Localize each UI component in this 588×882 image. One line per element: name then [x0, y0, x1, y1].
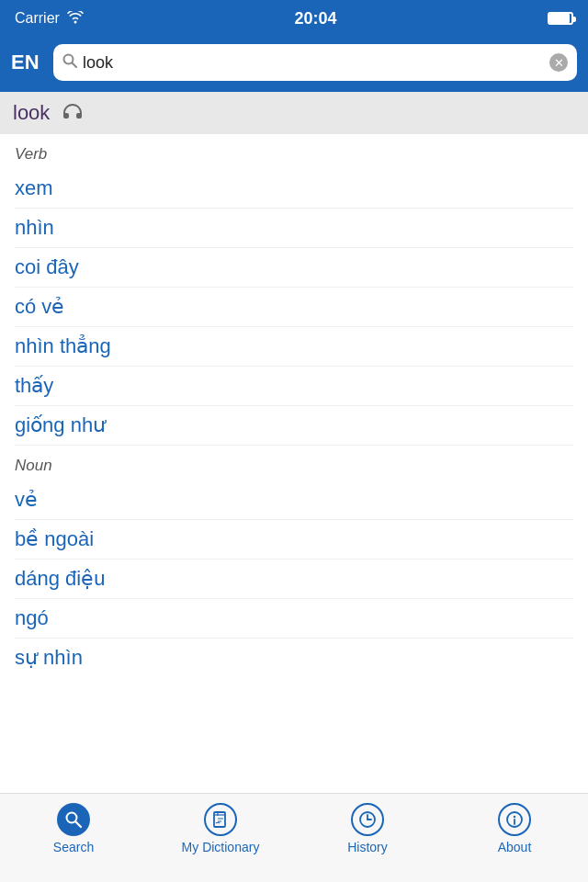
search-bar-area: EN ✕: [0, 37, 588, 92]
translation-item[interactable]: giống như: [15, 406, 573, 446]
audio-icon[interactable]: [61, 102, 85, 125]
translation-item[interactable]: nhìn thẳng: [15, 327, 573, 367]
svg-line-1: [73, 63, 77, 68]
pos-label: Verb: [15, 134, 573, 169]
wifi-icon: [67, 11, 84, 27]
about-tab-icon: [498, 803, 531, 836]
tab-history[interactable]: History: [294, 803, 441, 854]
carrier-label: Carrier: [15, 10, 60, 27]
tab-search[interactable]: Search: [0, 803, 147, 854]
tab-my-dictionary-label: My Dictionary: [182, 840, 260, 854]
search-icon: [62, 53, 77, 72]
history-tab-icon: [351, 803, 384, 836]
status-left: Carrier: [15, 10, 84, 27]
translation-item[interactable]: nhìn: [15, 209, 573, 248]
translation-item[interactable]: có vẻ: [15, 288, 573, 327]
status-right: [548, 12, 573, 25]
status-time: 20:04: [294, 9, 336, 28]
language-label: EN: [11, 51, 44, 74]
my-dictionary-tab-icon: [204, 803, 237, 836]
translation-item[interactable]: ngó: [15, 599, 573, 639]
translation-item[interactable]: sự nhìn: [15, 639, 573, 677]
search-input-wrapper: ✕: [53, 44, 577, 81]
translation-item[interactable]: bề ngoài: [15, 520, 573, 560]
tab-my-dictionary[interactable]: My Dictionary: [147, 803, 294, 854]
tab-about[interactable]: About: [441, 803, 588, 854]
translation-item[interactable]: thấy: [15, 367, 573, 406]
word-title: look: [13, 101, 50, 125]
pos-label: Noun: [15, 446, 573, 481]
search-input[interactable]: [83, 53, 549, 73]
status-bar: Carrier 20:04: [0, 0, 588, 37]
translation-item[interactable]: dáng điệu: [15, 560, 573, 599]
search-tab-icon: [57, 803, 90, 836]
content-area: Verbxemnhìncoi đâycó vẻnhìn thẳngthấygiố…: [0, 134, 588, 793]
translation-item[interactable]: vẻ: [15, 481, 573, 520]
battery-icon: [548, 12, 573, 25]
tab-bar: Search My Dictionary History: [0, 793, 588, 882]
tab-history-label: History: [347, 840, 388, 854]
tab-search-label: Search: [53, 840, 94, 854]
svg-point-9: [514, 816, 515, 818]
tab-about-label: About: [498, 840, 532, 854]
svg-line-3: [76, 822, 82, 828]
translation-item[interactable]: coi đây: [15, 248, 573, 288]
clear-button[interactable]: ✕: [549, 53, 568, 72]
word-header: look: [0, 92, 588, 134]
translation-item[interactable]: xem: [15, 169, 573, 209]
